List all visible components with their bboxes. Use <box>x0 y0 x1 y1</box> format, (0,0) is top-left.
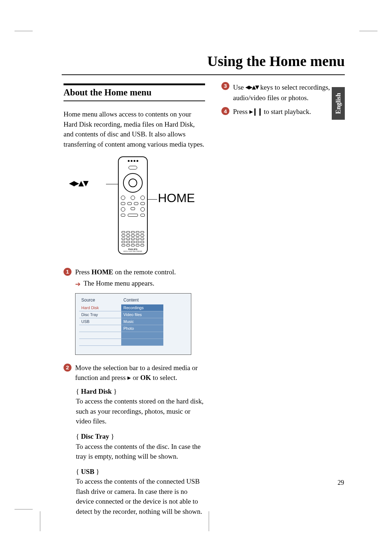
step-1-bold: HOME <box>91 268 113 276</box>
menu-header-content: Content <box>121 296 163 304</box>
menu-item-blank: . <box>79 339 121 346</box>
step-4: 4 Press ▸❙❙ to start playback. <box>221 106 356 117</box>
remote-home-label: HOME <box>158 191 195 205</box>
step-1: 1 Press HOME on the remote control. <box>64 267 205 277</box>
menu-item: Recordings <box>121 304 163 311</box>
step-2-text: Move the selection bar to a desired medi… <box>75 364 198 382</box>
option-usb: { USB } To access the contents of the co… <box>76 467 205 517</box>
section-heading: About the Home menu <box>64 83 205 101</box>
remote-dpad <box>123 173 143 193</box>
remote-body: PHILIPS HDD & DVD RECORDER <box>118 156 148 254</box>
menu-item-blank: . <box>79 325 121 332</box>
right-column: 3 Use ◂▸▴▾ keys to select recordings, au… <box>221 81 356 119</box>
menu-source-column: Hard Disk Disc Tray USB . . . <box>79 304 121 346</box>
arrow-right-icon: ➔ <box>75 280 81 288</box>
remote-illustration: ◂▸▴▾ <box>64 156 205 262</box>
option-title: Hard Disk <box>81 388 112 395</box>
step-3-text: Use <box>233 83 245 91</box>
menu-item: USB <box>79 318 121 325</box>
option-text: To access the contents of the disc. In c… <box>76 442 205 462</box>
step-4-text: Press <box>233 108 249 115</box>
step-1-sub: ➔ The Home menu appears. <box>64 279 205 288</box>
menu-item: Hard Disk <box>79 304 121 311</box>
option-title: USB <box>81 468 94 475</box>
step-2-bold: OK <box>140 374 151 381</box>
home-menu-screenshot: Source Content Hard Disk Disc Tray USB .… <box>75 293 191 355</box>
remote-brand-label: PHILIPS HDD & DVD RECORDER <box>119 248 147 252</box>
remote-top-dots <box>119 160 147 162</box>
step-2: 2 Move the selection bar to a desired me… <box>64 363 205 383</box>
option-disc-tray: { Disc Tray } To access the contents of … <box>76 431 205 462</box>
intro-text: Home menu allows access to contents on y… <box>64 109 205 149</box>
option-text: To access the contents of the connected … <box>76 476 205 516</box>
crop-mark <box>359 31 377 31</box>
step-badge-3: 3 <box>221 82 229 90</box>
step-badge-1: 1 <box>64 268 72 276</box>
step-1-text-b: on the remote control. <box>113 268 176 276</box>
callout-line <box>147 199 157 200</box>
menu-header-source: Source <box>79 296 121 304</box>
remote-button-row <box>121 202 145 205</box>
menu-item: Music <box>121 318 163 325</box>
crop-mark <box>209 511 209 531</box>
crop-mark <box>40 511 40 531</box>
callout-line <box>106 184 119 184</box>
step-3: 3 Use ◂▸▴▾ keys to select recordings, au… <box>221 81 356 103</box>
page-number: 29 <box>338 479 344 487</box>
step-2-text-b: to select. <box>151 374 177 381</box>
title-rule <box>62 74 345 75</box>
remote-button-row <box>121 196 145 200</box>
option-text: To access the contents stored on the har… <box>76 396 205 426</box>
left-column: About the Home menu Home menu allows acc… <box>64 83 205 521</box>
arrow-keys-icon: ◂▸▴▾ <box>245 82 258 91</box>
menu-item: Photo <box>121 325 163 332</box>
menu-item-blank: . <box>79 332 121 339</box>
menu-content-column: Recordings Video files Music Photo . . <box>121 304 163 346</box>
menu-item: Disc Tray <box>79 311 121 318</box>
step-badge-4: 4 <box>221 107 229 115</box>
play-pause-icon: ▸❙❙ <box>249 107 262 115</box>
step-badge-2: 2 <box>64 364 72 372</box>
menu-item-blank: . <box>121 339 163 346</box>
remote-numpad <box>122 231 144 246</box>
option-hard-disk: { Hard Disk } To access the contents sto… <box>76 386 205 426</box>
step-1-text: Press <box>75 268 91 276</box>
menu-item: Video files <box>121 311 163 318</box>
step-1-sub-text: The Home menu appears. <box>83 279 154 287</box>
crop-mark <box>15 31 33 31</box>
remote-button-row <box>121 214 145 217</box>
crop-mark <box>15 509 33 509</box>
step-4-text-b: to start playback. <box>262 108 311 115</box>
menu-item-blank: . <box>121 332 163 339</box>
option-title: Disc Tray <box>81 433 109 440</box>
remote-arrows-label: ◂▸▴▾ <box>69 176 88 189</box>
remote-pill-button <box>128 166 137 169</box>
page-title: Using the Home menu <box>207 53 345 70</box>
remote-button-row <box>121 207 145 212</box>
